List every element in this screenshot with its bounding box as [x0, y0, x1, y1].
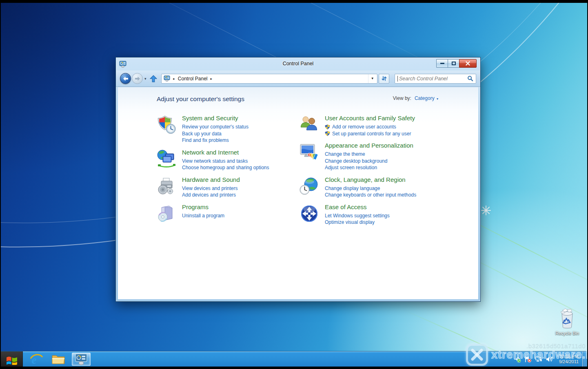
network-tray-icon[interactable] — [535, 356, 542, 363]
clock-language-region-icon[interactable] — [300, 177, 319, 196]
page-title: Adjust your computer's settings — [157, 95, 244, 103]
recycle-bin-icon[interactable] — [557, 308, 577, 330]
navigation-bar: ▾ ▸ Control Panel ▸ ▼ — [116, 71, 480, 87]
control-panel-icon — [75, 353, 88, 365]
uac-shield-icon — [325, 124, 330, 130]
category-title-link[interactable]: Hardware and Sound — [182, 176, 240, 184]
sparkle-decoration — [481, 205, 491, 216]
appearance-personalization-icon[interactable] — [300, 142, 319, 162]
category-task-link[interactable]: View devices and printers — [182, 185, 240, 192]
view-by-dropdown[interactable]: Category ▾ — [415, 95, 438, 101]
desktop: Control Panel — [1, 3, 587, 367]
usb-device-tray-icon[interactable] — [514, 356, 521, 363]
category-title-link[interactable]: System and Security — [182, 114, 249, 122]
category-task-link[interactable]: Find and fix problems — [182, 137, 249, 144]
maximize-icon — [452, 62, 456, 65]
titlebar[interactable]: Control Panel — [116, 57, 480, 71]
system-security-icon[interactable] — [157, 115, 176, 135]
category-title-link[interactable]: Ease of Access — [325, 203, 390, 211]
hardware-sound-icon[interactable] — [157, 177, 176, 196]
programs-icon[interactable] — [157, 204, 176, 223]
taskbar: e — [1, 351, 587, 367]
category-programs: Programs Uninstall a program — [157, 203, 300, 223]
maximize-button[interactable] — [448, 59, 459, 68]
category-task-link[interactable]: Let Windows suggest settings — [325, 212, 390, 219]
view-by-label: View by: — [393, 95, 411, 101]
window-content: Adjust your computer's settings View by:… — [118, 87, 478, 299]
volume-tray-icon[interactable] — [546, 356, 553, 363]
history-chevron-icon[interactable]: ▾ — [144, 77, 146, 81]
back-button[interactable] — [120, 73, 131, 84]
taskbar-clock[interactable]: 12:59 PM 9/24/2011 — [556, 354, 581, 365]
category-title-link[interactable]: User Accounts and Family Safety — [325, 114, 415, 122]
taskbar-control-panel-active[interactable] — [72, 353, 91, 366]
start-button[interactable] — [1, 351, 23, 367]
close-button[interactable] — [459, 59, 477, 68]
user-accounts-icon[interactable] — [300, 115, 319, 135]
uac-shield-icon — [325, 131, 330, 136]
search-input[interactable]: Search Control Panel — [395, 74, 476, 84]
control-panel-window: Control Panel — [115, 57, 481, 302]
category-title-link[interactable]: Network and Internet — [182, 148, 269, 157]
category-task-link[interactable]: Adjust screen resolution — [325, 164, 413, 171]
refresh-icon — [381, 75, 387, 82]
taskbar-internet-explorer[interactable]: e — [28, 353, 45, 366]
category-clock-language-region: Clock, Language, and Region Change displ… — [300, 176, 463, 199]
category-title-link[interactable]: Appearance and Personalization — [325, 141, 413, 150]
back-arrow-icon — [123, 76, 129, 81]
category-task-link[interactable]: Change desktop background — [325, 158, 413, 165]
clock-time: 12:59 PM — [556, 354, 581, 359]
show-desktop-button[interactable] — [582, 351, 587, 367]
category-title-link[interactable]: Programs — [182, 203, 224, 211]
minimize-icon — [440, 63, 444, 64]
windows-logo-icon — [6, 354, 18, 365]
category-task-link[interactable]: Optimize visual display — [325, 219, 390, 226]
chevron-down-icon: ▾ — [437, 97, 438, 101]
category-task-link[interactable]: Uninstall a program — [182, 212, 224, 219]
category-task-link[interactable]: Back up your data — [182, 130, 249, 137]
category-task-link[interactable]: Review your computer's status — [182, 124, 249, 130]
close-icon — [466, 61, 470, 66]
location-control-panel-icon — [164, 75, 170, 82]
build-watermark: .b32615d501a711d0 — [526, 342, 586, 349]
address-dropdown-button[interactable]: ▼ — [368, 74, 376, 83]
crumb-separator-icon[interactable]: ▸ — [211, 77, 213, 81]
category-system-and-security: System and Security Review your computer… — [157, 114, 300, 144]
address-bar[interactable]: ▸ Control Panel ▸ ▼ — [161, 74, 377, 84]
category-task-link[interactable]: Change the theme — [325, 151, 413, 158]
category-task-link[interactable]: Change keyboards or other input methods — [325, 192, 416, 199]
crumb-separator-icon: ▸ — [173, 77, 175, 81]
window-title: Control Panel — [116, 61, 480, 66]
minimize-button[interactable] — [436, 59, 448, 68]
category-task-link[interactable]: Add or remove user accounts — [325, 124, 415, 130]
system-tray: 12:59 PM 9/24/2011 — [514, 351, 581, 367]
internet-explorer-icon: e — [30, 353, 43, 365]
category-network-and-internet: Network and Internet View network status… — [157, 148, 300, 171]
forward-arrow-icon — [135, 76, 140, 81]
breadcrumb-control-panel[interactable]: Control Panel — [178, 76, 208, 82]
search-icon[interactable] — [467, 75, 473, 82]
category-appearance: Appearance and Personalization Change th… — [300, 141, 463, 171]
search-placeholder: Search Control Panel — [399, 76, 467, 82]
category-task-link[interactable]: View network status and tasks — [182, 158, 269, 165]
clock-date: 9/24/2011 — [556, 359, 581, 365]
category-title-link[interactable]: Clock, Language, and Region — [325, 176, 416, 184]
category-user-accounts: User Accounts and Family Safety Add or r… — [300, 114, 463, 137]
network-internet-icon[interactable] — [157, 149, 176, 169]
category-task-link[interactable]: Add devices and printers — [182, 192, 240, 199]
category-ease-of-access: Ease of Access Let Windows suggest setti… — [300, 203, 463, 226]
folder-icon — [51, 354, 65, 365]
category-task-link[interactable]: Set up parental controls for any user — [325, 130, 415, 137]
recycle-bin-shortcut[interactable]: Recycle Bin — [552, 308, 582, 336]
up-button[interactable] — [149, 74, 158, 84]
taskbar-file-explorer[interactable] — [50, 353, 67, 366]
category-task-link[interactable]: Choose homegroup and sharing options — [182, 164, 269, 171]
action-center-tray-icon[interactable] — [524, 356, 532, 363]
text-caret — [397, 76, 398, 82]
category-task-link[interactable]: Change display language — [325, 185, 416, 192]
recycle-bin-label: Recycle Bin — [552, 331, 582, 336]
refresh-button[interactable] — [379, 74, 389, 84]
forward-button[interactable] — [132, 73, 143, 84]
ease-of-access-icon[interactable] — [300, 204, 319, 223]
category-hardware-and-sound: Hardware and Sound View devices and prin… — [157, 176, 300, 199]
